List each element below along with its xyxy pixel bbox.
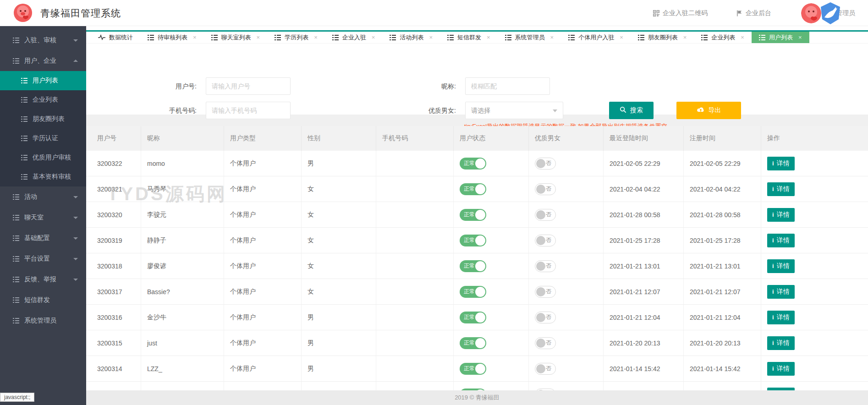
close-icon[interactable]: ×	[550, 34, 554, 40]
tab-0[interactable]: 数据统计	[91, 32, 140, 43]
tab-3[interactable]: 学历列表×	[267, 32, 325, 43]
sidebar-item-3[interactable]: 企业列表	[0, 90, 86, 109]
premium-toggle-off[interactable]: 否	[535, 286, 556, 298]
sidebar-item-label: 朋友圈列表	[33, 115, 65, 123]
toggle-knob	[536, 262, 545, 271]
detail-button[interactable]: i详情	[767, 285, 795, 299]
tab-2[interactable]: 聊天室列表×	[204, 32, 268, 43]
detail-button[interactable]: i详情	[767, 208, 795, 222]
sidebar-item-4[interactable]: 朋友圈列表	[0, 109, 86, 129]
premium-toggle-off[interactable]: 否	[535, 183, 556, 195]
premium-toggle-off[interactable]: 否	[535, 209, 556, 221]
table-cell-status: 正常	[454, 253, 529, 279]
enterprise-qrcode-link[interactable]: 企业入驻二维码	[653, 0, 708, 26]
premium-toggle-off[interactable]: 否	[535, 337, 556, 349]
premium-toggle-off[interactable]: 否	[535, 158, 556, 170]
table-cell-date: 2021-02-05 22:29	[604, 151, 684, 176]
tab-10[interactable]: 企业列表×	[694, 32, 752, 43]
phone-input[interactable]	[206, 102, 291, 119]
sidebar-item-9[interactable]: 聊天室	[0, 207, 86, 228]
close-icon[interactable]: ×	[257, 34, 260, 40]
detail-button[interactable]: i详情	[767, 311, 795, 324]
status-toggle-on[interactable]: 正常	[460, 183, 486, 195]
premium-toggle-off[interactable]: 否	[535, 260, 556, 272]
tab-5[interactable]: 活动列表×	[382, 32, 440, 43]
list-icon	[13, 38, 19, 43]
table-cell-actions: i详情	[761, 202, 868, 227]
status-toggle-on[interactable]: 正常	[460, 158, 486, 170]
close-icon[interactable]: ×	[620, 34, 623, 40]
sidebar-item-12[interactable]: 反馈、举报	[0, 269, 86, 290]
detail-button[interactable]: i详情	[767, 234, 795, 247]
detail-button[interactable]: i详情	[767, 182, 795, 196]
table-cell-date	[684, 382, 761, 390]
tab-9[interactable]: 朋友圈列表×	[631, 32, 694, 43]
search-button[interactable]: 搜索	[609, 102, 654, 119]
close-icon[interactable]: ×	[683, 34, 687, 40]
status-toggle-on[interactable]: 正常	[460, 337, 486, 349]
premium-toggle-off[interactable]: 否	[535, 235, 556, 246]
toggle-knob	[536, 313, 545, 322]
table-cell-premium: 否	[529, 202, 604, 227]
close-icon[interactable]: ×	[798, 34, 802, 40]
close-icon[interactable]: ×	[193, 34, 197, 40]
sidebar-item-label: 基本资料审核	[33, 173, 71, 181]
detail-button[interactable]: i详情	[767, 336, 795, 350]
status-toggle-on[interactable]: 正常	[460, 235, 486, 246]
tab-4[interactable]: 企业入驻×	[325, 32, 383, 43]
status-toggle-on[interactable]: 正常	[460, 260, 486, 272]
tab-7[interactable]: 系统管理员×	[498, 32, 561, 43]
sidebar-item-14[interactable]: 系统管理员	[0, 310, 86, 331]
sidebar-item-2-active[interactable]: 用户列表	[0, 71, 86, 90]
table-cell-status: 正常	[454, 356, 529, 381]
table-cell-status: 正常	[454, 330, 529, 356]
close-icon[interactable]: ×	[487, 34, 490, 40]
sidebar-item-5[interactable]: 学历认证	[0, 129, 86, 148]
close-icon[interactable]: ×	[741, 34, 744, 40]
status-toggle-on[interactable]: 正常	[460, 209, 486, 221]
sidebar-item-0[interactable]: 入驻、审核	[0, 30, 86, 50]
table-cell-date: 2021-01-28 00:58	[604, 202, 684, 227]
sidebar-item-10[interactable]: 基础配置	[0, 228, 86, 248]
premium-toggle-off[interactable]: 否	[535, 312, 556, 323]
sidebar-item-8[interactable]: 活动	[0, 186, 86, 207]
tab-1[interactable]: 待审核列表×	[140, 32, 204, 43]
chevron-down-icon	[73, 217, 78, 219]
table-cell: 3200319	[86, 228, 141, 253]
user-id-input[interactable]	[206, 77, 291, 95]
export-button[interactable]: 导出	[676, 102, 741, 119]
sidebar-item-7[interactable]: 基本资料审核	[0, 167, 86, 186]
enterprise-backend-label: 企业后台	[746, 9, 771, 17]
enterprise-backend-link[interactable]: 企业后台	[736, 0, 771, 26]
premium-select[interactable]: 请选择	[465, 102, 563, 119]
sidebar-item-6[interactable]: 优质用户审核	[0, 148, 86, 167]
chevron-down-icon	[73, 196, 78, 198]
tab-6[interactable]: 短信群发×	[440, 32, 498, 43]
table-cell	[376, 356, 454, 381]
status-toggle-on[interactable]: 正常	[460, 312, 486, 323]
close-icon[interactable]: ×	[429, 34, 433, 40]
detail-button[interactable]: i详情	[767, 259, 795, 273]
table-cell	[376, 305, 454, 330]
tab-11-active[interactable]: 用户列表×	[752, 32, 809, 43]
table-cell-status: 正常	[454, 305, 529, 330]
sidebar-item-label: 活动	[24, 193, 37, 201]
table-cell-premium: 否	[529, 151, 604, 176]
status-toggle-on[interactable]: 正常	[460, 286, 486, 298]
chevron-down-icon	[73, 258, 78, 260]
premium-toggle-off[interactable]: 否	[535, 363, 556, 375]
status-toggle-on[interactable]: 正常	[460, 363, 486, 375]
close-icon[interactable]: ×	[372, 34, 375, 40]
nickname-input[interactable]	[465, 77, 550, 95]
close-icon[interactable]: ×	[314, 34, 318, 40]
table-cell-actions: i详情	[761, 382, 868, 390]
tab-8[interactable]: 个体用户入驻×	[561, 32, 631, 43]
sidebar-item-13[interactable]: 短信群发	[0, 290, 86, 310]
table-cell: 女	[302, 176, 376, 202]
sidebar-item-11[interactable]: 平台设置	[0, 248, 86, 269]
column-header-4: 手机号码	[376, 126, 454, 151]
sidebar-item-1[interactable]: 用户、企业	[0, 50, 86, 71]
detail-button[interactable]: i详情	[767, 362, 795, 376]
flag-icon	[736, 10, 742, 16]
detail-button[interactable]: i详情	[767, 157, 795, 170]
